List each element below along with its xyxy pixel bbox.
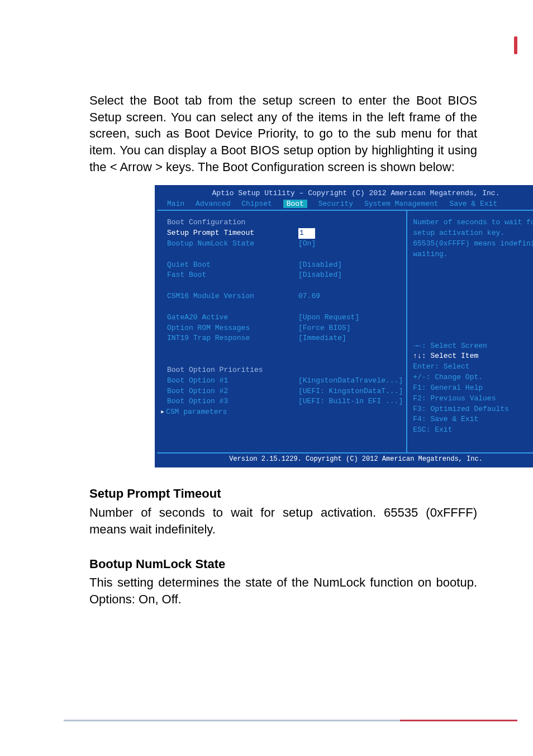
intro-paragraph: Select the Boot tab from the setup scree… xyxy=(89,92,477,175)
tab-save-exit[interactable]: Save & Exit xyxy=(449,200,497,208)
blank-row xyxy=(167,302,403,313)
option-rom-row[interactable]: Option ROM Messages [Force BIOS] xyxy=(167,323,403,334)
setup-prompt-timeout-heading: Setup Prompt Timeout xyxy=(89,485,477,502)
tab-chipset[interactable]: Chipset xyxy=(241,200,272,208)
boot-option-2-row[interactable]: Boot Option #2 [UEFI: KingstonDataT...] xyxy=(167,386,403,397)
row-value: [KingstonDataTravele...] xyxy=(298,376,403,386)
row-value: 07.69 xyxy=(298,291,403,302)
key-hint: +/-: Change Opt. xyxy=(413,372,533,383)
int19-trap-row[interactable]: INT19 Trap Response [Immediate] xyxy=(167,333,403,344)
row-label: Fast Boot xyxy=(167,270,298,281)
key-hint: ↑↓: Select Item xyxy=(413,351,533,362)
tab-main[interactable]: Main xyxy=(167,200,184,208)
row-value: [Immediate] xyxy=(298,333,403,344)
key-hint: F2: Previous Values xyxy=(413,394,533,404)
tab-system-mgmt[interactable]: System Management xyxy=(364,200,439,208)
row-label: Setup Prompt Timeout xyxy=(167,228,298,239)
csm-parameters-row[interactable]: ▸ CSM parameters xyxy=(160,407,403,418)
row-value: 1 xyxy=(298,228,403,239)
bootup-numlock-heading: Bootup NumLock State xyxy=(89,556,477,573)
row-value: [Force BIOS] xyxy=(298,323,403,334)
blank-row xyxy=(167,344,403,355)
spacer xyxy=(413,260,533,341)
heading-label: Boot Configuration xyxy=(167,218,298,228)
submenu-arrow-icon: ▸ xyxy=(160,407,166,418)
boot-option-3-row[interactable]: Boot Option #3 [UEFI: Built-in EFI ...] xyxy=(167,396,403,407)
help-text-line: waiting. xyxy=(413,249,533,260)
row-label: CSM16 Module Version xyxy=(167,291,298,302)
tab-boot[interactable]: Boot xyxy=(283,200,307,208)
blank-row xyxy=(167,355,403,365)
tab-security[interactable]: Security xyxy=(318,200,353,208)
row-label: GateA20 Active xyxy=(167,313,298,323)
bios-title-bar: Aptio Setup Utility – Copyright (C) 2012… xyxy=(157,187,533,199)
tab-advanced[interactable]: Advanced xyxy=(196,200,230,208)
fast-boot-row[interactable]: Fast Boot [Disabled] xyxy=(167,270,403,281)
help-text-line: 65535(0xFFFF) means indefinite xyxy=(413,239,533,249)
row-label: Option ROM Messages xyxy=(167,323,298,334)
row-label: INT19 Trap Response xyxy=(167,333,298,344)
bootup-numlock-body: This setting determines the state of the… xyxy=(89,574,477,607)
document-page: Select the Boot tab from the setup scree… xyxy=(0,0,533,756)
setup-prompt-timeout-row[interactable]: Setup Prompt Timeout 1 xyxy=(167,228,403,239)
row-value: [Disabled] xyxy=(298,260,403,271)
row-value: [UEFI: Built-in EFI ...] xyxy=(298,396,403,407)
bios-right-pane: Number of seconds to wait for setup acti… xyxy=(407,210,533,453)
row-label: Boot Option #2 xyxy=(167,386,298,397)
blank-row xyxy=(167,249,403,260)
row-label: Boot Option #3 xyxy=(167,396,298,407)
selected-value: 1 xyxy=(298,228,315,239)
heading-label: Boot Option Priorities xyxy=(167,365,298,376)
side-marker xyxy=(514,36,517,54)
bios-footer-bar: Version 2.15.1229. Copyright (C) 2012 Am… xyxy=(157,453,533,465)
page-footer-rule xyxy=(64,720,517,721)
bios-tab-row: Main Advanced Chipset Boot Security Syst… xyxy=(157,199,533,210)
bios-left-pane: Boot Configuration Setup Prompt Timeout … xyxy=(157,210,407,453)
key-hint: ESC: Exit xyxy=(413,425,533,436)
row-value: [Disabled] xyxy=(298,270,403,281)
row-label: Quiet Boot xyxy=(167,260,298,271)
key-hint: F4: Save & Exit xyxy=(413,414,533,425)
row-label: Boot Option #1 xyxy=(167,376,298,386)
key-hint: →←: Select Screen xyxy=(413,341,533,352)
gatea20-row[interactable]: GateA20 Active [Upon Request] xyxy=(167,313,403,323)
row-label: CSM parameters xyxy=(166,407,297,418)
quiet-boot-row[interactable]: Quiet Boot [Disabled] xyxy=(167,260,403,271)
document-body: Select the Boot tab from the setup scree… xyxy=(89,92,477,608)
help-text-line: Number of seconds to wait for xyxy=(413,218,533,228)
bios-screenshot: Aptio Setup Utility – Copyright (C) 2012… xyxy=(155,185,533,467)
csm16-version-row: CSM16 Module Version 07.69 xyxy=(167,291,403,302)
row-value: [UEFI: KingstonDataT...] xyxy=(298,386,403,397)
row-value: [On] xyxy=(298,239,403,249)
key-hint: F3: Optimized Defaults xyxy=(413,404,533,415)
key-hint: F1: General Help xyxy=(413,383,533,394)
row-value: [Upon Request] xyxy=(298,313,403,323)
bios-main-area: Boot Configuration Setup Prompt Timeout … xyxy=(157,210,533,453)
key-hint: Enter: Select xyxy=(413,362,533,372)
help-text-line: setup activation key. xyxy=(413,228,533,239)
row-label: Bootup NumLock State xyxy=(167,239,298,249)
boot-config-heading: Boot Configuration xyxy=(167,218,403,228)
boot-option-1-row[interactable]: Boot Option #1 [KingstonDataTravele...] xyxy=(167,376,403,386)
bootup-numlock-row[interactable]: Bootup NumLock State [On] xyxy=(167,239,403,249)
boot-priorities-heading: Boot Option Priorities xyxy=(167,365,403,376)
blank-row xyxy=(167,281,403,291)
setup-prompt-timeout-body: Number of seconds to wait for setup acti… xyxy=(89,504,477,537)
